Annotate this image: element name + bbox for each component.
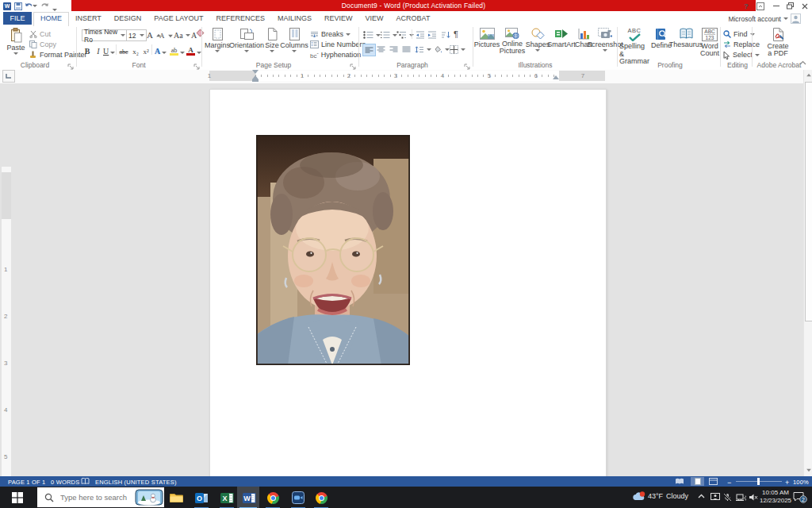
help-icon[interactable]: ? (741, 2, 752, 10)
minimize-button[interactable] (771, 2, 782, 10)
borders-button[interactable] (450, 44, 465, 54)
meet-now-icon[interactable] (710, 493, 720, 502)
read-mode-button[interactable] (675, 478, 684, 487)
line-spacing-button[interactable] (415, 44, 431, 54)
highlight-color-button[interactable]: ab (170, 44, 185, 56)
spelling-grammar-button[interactable]: ABC Spelling & Grammar (619, 28, 649, 65)
customize-qat-icon[interactable] (51, 1, 59, 11)
inserted-portrait-photo[interactable] (256, 135, 410, 365)
hidden-icons-chevron[interactable] (698, 494, 705, 499)
weather-icon[interactable] (631, 491, 645, 502)
left-indent-marker[interactable] (252, 79, 259, 82)
align-center-button[interactable] (377, 44, 385, 54)
online-pictures-button[interactable]: Online Pictures (500, 28, 525, 55)
ribbon-display-options-icon[interactable] (755, 2, 766, 10)
align-right-button[interactable] (389, 44, 398, 54)
zoom-out-button[interactable]: − (727, 479, 731, 487)
web-layout-button[interactable] (709, 478, 718, 487)
collapse-ribbon-icon[interactable] (799, 55, 807, 69)
page-setup-dialog-launcher[interactable] (350, 60, 357, 67)
align-left-button[interactable] (362, 44, 376, 56)
taskbar-search[interactable] (37, 487, 164, 507)
print-layout-button[interactable] (691, 477, 704, 486)
breaks-button[interactable]: Breaks (310, 29, 350, 39)
taskbar-outlook-icon[interactable]: O (193, 490, 209, 506)
underline-button[interactable]: U (103, 44, 115, 56)
sort-button[interactable] (441, 30, 450, 40)
pictures-button[interactable]: Pictures (475, 28, 499, 48)
subscript-button[interactable]: x₂ (131, 44, 140, 56)
taskbar-zoom-icon[interactable] (290, 490, 306, 506)
document-page[interactable] (209, 89, 607, 478)
search-highlight-image[interactable] (135, 489, 163, 506)
text-effects-button[interactable]: A (155, 44, 167, 56)
network-icon[interactable] (736, 493, 746, 502)
taskbar-word-icon[interactable]: W (241, 490, 257, 506)
change-case-button[interactable]: Aa (174, 30, 190, 40)
superscript-button[interactable]: x² (141, 44, 151, 56)
strikethrough-button[interactable]: abc (119, 44, 128, 56)
first-line-indent-marker[interactable] (252, 70, 259, 74)
page-count-indicator[interactable]: PAGE 1 OF 1 (8, 479, 46, 486)
columns-button[interactable]: Columns (282, 28, 307, 52)
vertical-scrollbar[interactable] (803, 70, 812, 476)
undo-icon[interactable] (25, 1, 37, 11)
language-indicator[interactable]: ENGLISH (UNITED STATES) (95, 479, 177, 486)
word-count-indicator[interactable]: 0 WORDS (51, 479, 79, 486)
tab-stop-selector[interactable] (2, 70, 15, 83)
tab-home[interactable]: HOME (33, 12, 69, 26)
start-button[interactable] (0, 487, 35, 508)
proofing-status-icon[interactable] (81, 478, 90, 487)
format-painter-button[interactable]: Format Painter (29, 50, 87, 60)
save-icon[interactable] (13, 1, 23, 11)
numbering-button[interactable] (380, 30, 397, 40)
hyphenation-button[interactable]: bc- Hyphenation (310, 50, 368, 60)
volume-muted-icon[interactable] (749, 493, 758, 502)
scroll-up-button[interactable] (805, 71, 812, 79)
find-button[interactable]: Find (723, 29, 755, 39)
zoom-slider-thumb[interactable] (757, 478, 760, 485)
paste-button[interactable]: Paste (5, 28, 27, 55)
taskbar-chrome-icon[interactable] (265, 490, 281, 506)
scroll-down-button[interactable] (805, 466, 812, 475)
shrink-font-button[interactable]: A (159, 31, 174, 40)
zoom-in-button[interactable]: + (785, 479, 789, 487)
tab-file[interactable]: FILE (3, 12, 32, 25)
taskbar-file-explorer-icon[interactable] (168, 490, 184, 506)
shading-button[interactable] (433, 44, 450, 54)
decrease-indent-button[interactable] (416, 30, 425, 40)
size-button[interactable]: Size (263, 28, 281, 52)
redo-icon[interactable] (40, 1, 49, 11)
font-name-combo[interactable]: Times New Ro (82, 29, 128, 41)
screenshot-button[interactable]: Screenshot (592, 28, 618, 52)
copy-button[interactable]: Copy (29, 40, 56, 49)
weather-status[interactable]: 43°FCloudy (648, 492, 688, 500)
font-dialog-launcher[interactable] (193, 60, 201, 67)
italic-button[interactable]: I (94, 44, 103, 56)
increase-indent-button[interactable] (427, 30, 437, 40)
right-indent-marker[interactable] (553, 75, 559, 79)
paragraph-dialog-launcher[interactable] (464, 60, 471, 67)
restore-button[interactable] (785, 2, 796, 10)
shapes-button[interactable]: Shapes (527, 28, 549, 52)
close-button[interactable] (799, 2, 810, 10)
word-count-button[interactable]: ABC 123 Word Count (699, 28, 720, 57)
action-center-icon[interactable]: 2 (793, 491, 807, 503)
microphone-muted-icon[interactable] (723, 493, 732, 502)
create-pdf-button[interactable]: Create a PDF (761, 28, 795, 57)
taskbar-excel-icon[interactable]: X (219, 490, 235, 506)
bold-button[interactable]: B (82, 44, 92, 56)
zoom-level[interactable]: 100% (793, 479, 809, 486)
font-size-combo[interactable]: 12 (126, 29, 147, 41)
clock[interactable]: 10:05 AM 12/23/2025 (760, 489, 791, 505)
scrollbar-thumb[interactable] (805, 82, 812, 321)
microsoft-account[interactable]: Microsoft account (728, 13, 801, 24)
font-color-button[interactable]: A (186, 44, 201, 56)
taskbar-chrome-icon-2[interactable] (313, 490, 329, 506)
smartart-button[interactable]: SmartArt (549, 28, 574, 48)
orientation-button[interactable]: Orientation (231, 28, 262, 52)
justify-button[interactable] (402, 44, 411, 54)
clipboard-dialog-launcher[interactable] (67, 60, 75, 67)
select-button[interactable]: Select (723, 50, 760, 60)
thesaurus-button[interactable]: Thesaurus (672, 28, 699, 48)
